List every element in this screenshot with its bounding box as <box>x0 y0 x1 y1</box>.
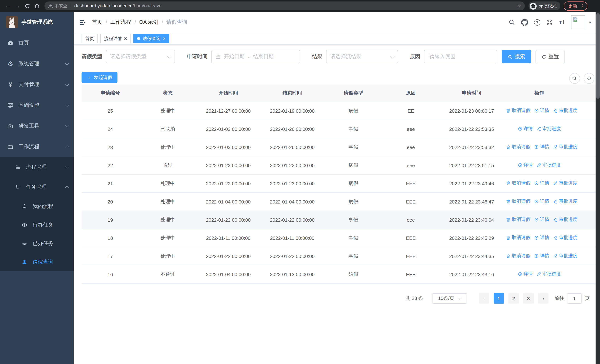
sidebar-item-infra[interactable]: 基础设施 <box>0 95 74 116</box>
action-cancel-link[interactable]: 取消请假 <box>506 235 530 241</box>
sidebar-item-leave-query[interactable]: 请假查询 <box>0 253 74 271</box>
page-button-1[interactable]: 1 <box>494 293 504 304</box>
action-detail-link[interactable]: 详情 <box>517 126 533 132</box>
action-progress-link[interactable]: 审批进度 <box>553 235 577 241</box>
page-scrollbar[interactable] <box>596 12 600 364</box>
security-warning[interactable]: 不安全 <box>48 3 67 9</box>
bookmark-star-icon[interactable]: ☆ <box>517 3 521 9</box>
cell-apply_time: 2022-01-22 23:53:32 <box>439 138 504 156</box>
github-icon[interactable] <box>521 19 528 26</box>
reason-input[interactable] <box>429 53 493 60</box>
sidebar-item-workflow[interactable]: 工作流程 <box>0 136 74 157</box>
next-page-button[interactable]: › <box>538 293 548 304</box>
toolbar-refresh-button[interactable] <box>584 73 594 84</box>
cell-id: 17 <box>82 247 139 265</box>
create-leave-button[interactable]: ＋ 发起请假 <box>82 72 117 83</box>
header-id: 申请编号 <box>82 84 139 102</box>
sidebar-item-task-mgmt[interactable]: 任务管理 <box>0 177 74 197</box>
action-detail-link[interactable]: 详情 <box>517 162 533 168</box>
close-icon[interactable]: ✕ <box>124 36 127 41</box>
action-detail-link[interactable]: 详情 <box>534 144 549 150</box>
fullscreen-icon[interactable] <box>546 19 553 26</box>
cell-apply_time: 2022-01-22 23:51:15 <box>439 156 504 174</box>
browser-forward-icon[interactable]: → <box>13 0 22 12</box>
action-cancel-link[interactable]: 取消请假 <box>506 180 530 187</box>
action-detail-link[interactable]: 详情 <box>534 216 549 223</box>
cell-type: 病假 <box>324 156 383 174</box>
browser-home-icon[interactable] <box>32 3 41 9</box>
action-detail-link[interactable]: 详情 <box>534 198 549 205</box>
avatar[interactable] <box>571 15 585 29</box>
cell-actions: 详情审批进度 <box>504 156 596 174</box>
browser-back-icon[interactable]: ← <box>3 0 13 12</box>
url-bar[interactable]: 不安全 dashboard.yudao.iocoder.cn /bpm/oa/l… <box>45 1 525 10</box>
breadcrumb-oa[interactable]: OA 示例 <box>139 19 159 26</box>
tag-leave-query[interactable]: 请假查询 ✕ <box>133 34 169 43</box>
sidebar-item-devtools[interactable]: 研发工具 <box>0 116 74 136</box>
page-size-select[interactable]: 10条/页 <box>432 293 467 304</box>
browser-menu-icon[interactable]: ⋮ <box>580 3 585 8</box>
leave-type-select[interactable]: 请选择请假类型 <box>106 50 175 63</box>
goto-page-input[interactable] <box>567 293 582 304</box>
cell-id: 22 <box>82 156 139 174</box>
action-detail-link[interactable]: 详情 <box>517 271 533 277</box>
tag-process-detail[interactable]: 流程详情 ✕ <box>100 34 131 43</box>
action-detail-link[interactable]: 详情 <box>534 107 549 114</box>
help-icon[interactable]: ? <box>534 19 541 26</box>
action-cancel-link[interactable]: 取消请假 <box>506 253 530 259</box>
cell-apply_time: 2022-01-22 23:45:29 <box>439 229 504 247</box>
toolbar-search-button[interactable] <box>569 73 580 84</box>
sidebar-item-process-mgmt[interactable]: 流程管理 <box>0 157 74 177</box>
action-progress-link[interactable]: 审批进度 <box>553 144 577 150</box>
scrollbar-thumb[interactable] <box>596 13 600 99</box>
action-cancel-link[interactable]: 取消请假 <box>506 216 530 223</box>
action-progress-link[interactable]: 审批进度 <box>536 126 561 132</box>
sidebar-item-payment[interactable]: ¥ 支付管理 <box>0 74 74 95</box>
cell-end: 2022-01-13 00:00:00 <box>260 265 324 283</box>
header-end: 结束时间 <box>260 84 324 102</box>
sidebar-item-system[interactable]: ⚙ 系统管理 <box>0 53 74 74</box>
tag-home[interactable]: 首页 <box>82 34 98 43</box>
cell-actions: 取消请假详情审批进度 <box>504 102 596 120</box>
font-size-icon[interactable]: TT <box>559 19 566 26</box>
sidebar-item-done-tasks[interactable]: 已办任务 <box>0 234 74 253</box>
action-progress-link[interactable]: 审批进度 <box>553 253 577 259</box>
sidebar-fold-icon[interactable] <box>79 19 86 26</box>
search-button[interactable]: 搜索 <box>502 50 531 63</box>
sidebar-item-todo-tasks[interactable]: 待办任务 <box>0 216 74 234</box>
page-button-3[interactable]: 3 <box>523 293 534 304</box>
browser-reload-icon[interactable] <box>22 3 32 9</box>
action-progress-link[interactable]: 审批进度 <box>553 198 577 205</box>
action-progress-link[interactable]: 审批进度 <box>553 216 577 223</box>
search-icon[interactable] <box>508 19 516 26</box>
url-host: dashboard.yudao.iocoder.cn <box>74 3 132 9</box>
sidebar-item-my-process[interactable]: 我的流程 <box>0 197 74 216</box>
action-cancel-link[interactable]: 取消请假 <box>506 144 530 150</box>
action-cancel-link[interactable]: 取消请假 <box>506 107 530 114</box>
close-icon[interactable]: ✕ <box>162 36 166 41</box>
action-cancel-link[interactable]: 取消请假 <box>506 198 530 205</box>
breadcrumb-home[interactable]: 首页 <box>92 19 102 26</box>
sidebar-logo[interactable]: 芋道管理系统 <box>0 12 74 33</box>
sidebar-item-home[interactable]: 首页 <box>0 33 74 53</box>
action-detail-link[interactable]: 详情 <box>534 180 549 187</box>
cell-end: 2022-01-26 00:00:00 <box>260 138 324 156</box>
browser-update-button[interactable]: 更新 ⋮ <box>564 1 587 10</box>
workflow-submenu: 流程管理 任务管理 我的流程 待办任务 已办 <box>0 157 74 271</box>
pen-icon <box>536 163 541 168</box>
result-select[interactable]: 请选择流结果 <box>326 50 398 63</box>
action-progress-link[interactable]: 审批进度 <box>553 180 577 187</box>
page-button-2[interactable]: 2 <box>508 293 519 304</box>
breadcrumb-workflow[interactable]: 工作流程 <box>111 19 131 26</box>
action-detail-link[interactable]: 详情 <box>534 253 549 259</box>
action-progress-link[interactable]: 审批进度 <box>536 271 561 277</box>
action-progress-link[interactable]: 审批进度 <box>536 162 561 168</box>
reset-button[interactable]: 重置 <box>535 50 565 63</box>
pen-icon <box>553 199 558 204</box>
date-range-picker[interactable]: 开始日期 - 结束日期 <box>211 50 300 63</box>
prev-page-button[interactable]: ‹ <box>479 293 489 304</box>
avatar-caret-icon[interactable]: ▾ <box>589 20 591 25</box>
action-detail-link[interactable]: 详情 <box>534 235 549 241</box>
action-progress-link[interactable]: 审批进度 <box>553 107 577 114</box>
cell-id: 25 <box>82 102 139 120</box>
